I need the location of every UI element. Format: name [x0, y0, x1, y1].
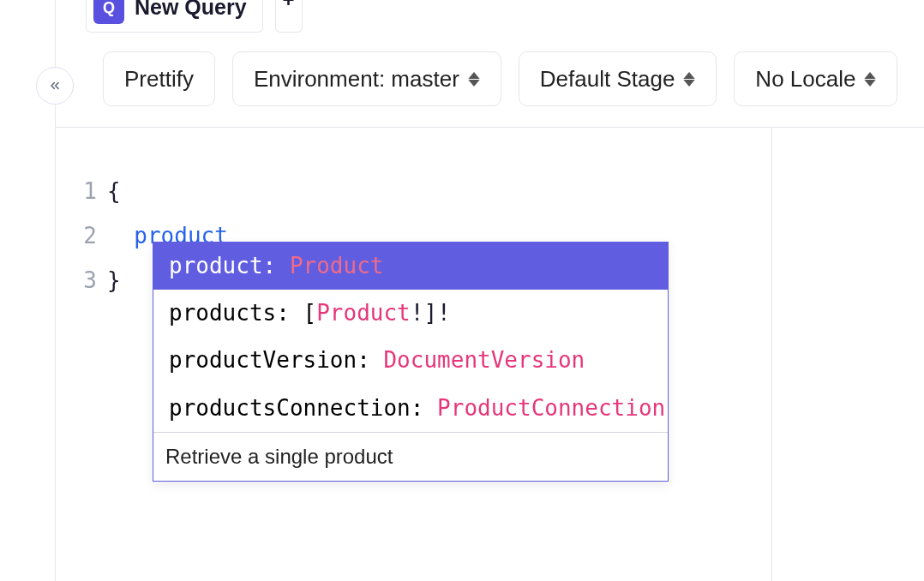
collapse-sidebar-button[interactable]: [36, 67, 74, 105]
environment-dropdown[interactable]: Environment: master: [232, 51, 501, 106]
autocomplete-item[interactable]: productVersion: DocumentVersion: [153, 337, 668, 384]
autocomplete-item[interactable]: product: Product: [153, 243, 668, 290]
line-number: 1: [73, 169, 97, 213]
autocomplete-item[interactable]: productsConnection: ProductConnection: [153, 385, 668, 432]
prettify-button[interactable]: Prettify: [103, 51, 215, 106]
svg-marker-4: [865, 72, 876, 79]
sort-icon: [468, 72, 480, 87]
svg-marker-5: [865, 80, 876, 87]
query-icon: Q: [93, 0, 124, 24]
sort-icon: [683, 72, 695, 87]
svg-marker-2: [684, 72, 695, 79]
svg-marker-3: [684, 80, 695, 87]
tab-bar: Q New Query +: [56, 0, 924, 33]
svg-marker-1: [468, 80, 479, 87]
line-gutter: 1 2 3: [73, 169, 107, 581]
tab-label: New Query: [135, 0, 247, 20]
line-number: 3: [73, 258, 97, 302]
autocomplete-item[interactable]: products: [Product!]!: [153, 290, 668, 337]
chevron-double-left-icon: [48, 79, 62, 93]
locale-dropdown[interactable]: No Locale: [734, 51, 897, 106]
autocomplete-description: Retrieve a single product: [153, 432, 668, 481]
plus-icon: +: [283, 0, 295, 12]
autocomplete-popup: product: Product products: [Product!]! p…: [153, 242, 669, 482]
results-panel: [771, 128, 924, 581]
code-line: {: [107, 169, 228, 213]
svg-marker-0: [468, 72, 479, 79]
stage-dropdown[interactable]: Default Stage: [519, 51, 717, 106]
line-number: 2: [73, 213, 97, 258]
tab-new-query[interactable]: Q New Query: [86, 0, 263, 33]
sort-icon: [864, 72, 876, 87]
add-tab-button[interactable]: +: [275, 0, 303, 33]
toolbar: Prettify Environment: master Default Sta…: [103, 51, 897, 106]
